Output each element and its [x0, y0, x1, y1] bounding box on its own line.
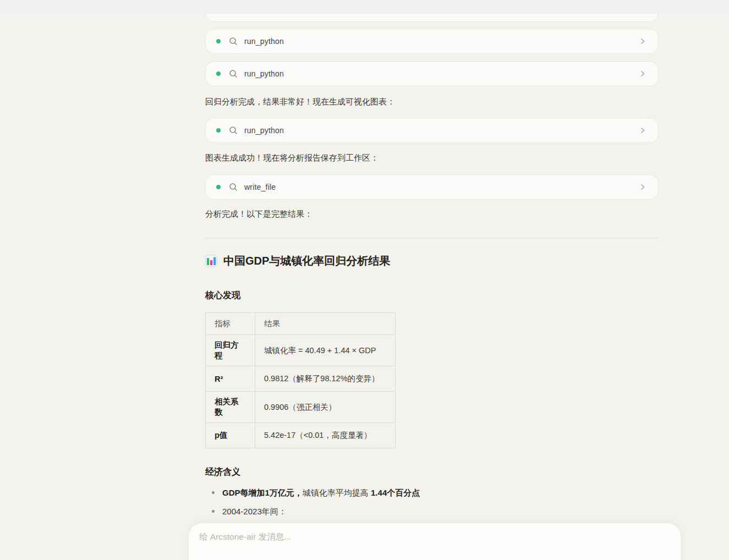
tool-name-label: write_file	[244, 183, 276, 191]
report-title: 中国GDP与城镇化率回归分析结果	[205, 253, 659, 268]
message-divider	[205, 238, 659, 238]
tool-name-label: run_python	[244, 69, 284, 78]
table-row: R² 0.9812（解释了98.12%的变异）	[206, 366, 396, 392]
chevron-right-icon	[639, 38, 646, 45]
report-title-text: 中国GDP与城镇化率回归分析结果	[223, 253, 390, 268]
chevron-right-icon	[639, 184, 646, 190]
tool-call-card-run-python-3[interactable]: run_python	[205, 118, 659, 143]
section-heading-findings: 核心发现	[205, 289, 659, 302]
message-input[interactable]	[199, 532, 670, 542]
tool-call-card-run-python-2[interactable]: run_python	[205, 61, 659, 86]
metric-cell: p值	[206, 423, 255, 448]
table-header-row: 指标 结果	[206, 313, 396, 335]
metric-cell: 相关系数	[206, 392, 255, 423]
message-composer[interactable]	[188, 523, 681, 560]
section-heading-economics: 经济含义	[205, 465, 659, 479]
bullet-dot-icon	[212, 510, 215, 513]
assistant-message: 分析完成！以下是完整结果：	[205, 208, 659, 220]
list-item-text: 2004-2023年间：	[222, 505, 287, 518]
bold-text: 1.44个百分点	[371, 488, 420, 497]
chat-message-column: run_python run_python 回归分析完成，结果非常好！现在生成可…	[205, 0, 659, 542]
regression-results-table: 指标 结果 回归方程 城镇化率 = 40.49 + 1.44 × GDP R² …	[205, 312, 396, 448]
assistant-message: 回归分析完成，结果非常好！现在生成可视化图表：	[205, 96, 659, 108]
value-cell: 0.9906（强正相关）	[255, 392, 396, 423]
list-item: 2004-2023年间：	[205, 505, 659, 518]
tool-name-label: run_python	[244, 37, 284, 46]
magnifier-icon	[229, 183, 238, 191]
magnifier-icon	[229, 37, 238, 46]
bullet-dot-icon	[212, 491, 215, 494]
metric-cell: 回归方程	[206, 335, 255, 366]
metric-cell: R²	[206, 366, 255, 392]
list-item: GDP每增加1万亿元，城镇化率平均提高 1.44个百分点	[205, 486, 659, 499]
window-top-strip	[0, 0, 729, 14]
tool-call-card-run-python-1[interactable]: run_python	[205, 29, 659, 54]
success-status-dot	[216, 39, 221, 43]
table-row: 相关系数 0.9906（强正相关）	[206, 392, 396, 423]
value-cell: 城镇化率 = 40.49 + 1.44 × GDP	[255, 335, 396, 366]
column-header-result: 结果	[255, 313, 396, 335]
regular-text: 城镇化率平均提高	[303, 488, 371, 497]
table-row: p值 5.42e-17（<0.01，高度显著）	[206, 423, 396, 448]
bold-text: GDP每增加1万亿元，	[222, 488, 303, 497]
chevron-right-icon	[639, 70, 646, 77]
column-header-metric: 指标	[206, 313, 255, 335]
tool-name-label: run_python	[244, 126, 284, 135]
table-row: 回归方程 城镇化率 = 40.49 + 1.44 × GDP	[206, 335, 396, 366]
list-item-text: GDP每增加1万亿元，城镇化率平均提高 1.44个百分点	[222, 486, 420, 499]
success-status-dot	[216, 72, 221, 76]
magnifier-icon	[229, 126, 238, 135]
magnifier-icon	[229, 69, 238, 78]
value-cell: 5.42e-17（<0.01，高度显著）	[255, 423, 396, 448]
value-cell: 0.9812（解释了98.12%的变异）	[255, 366, 396, 392]
tool-call-card-write-file[interactable]: write_file	[205, 174, 659, 200]
chevron-right-icon	[639, 127, 646, 134]
success-status-dot	[216, 185, 221, 189]
bar-chart-emoji-icon	[205, 255, 217, 267]
success-status-dot	[216, 128, 221, 133]
assistant-message: 图表生成成功！现在将分析报告保存到工作区：	[205, 152, 659, 164]
